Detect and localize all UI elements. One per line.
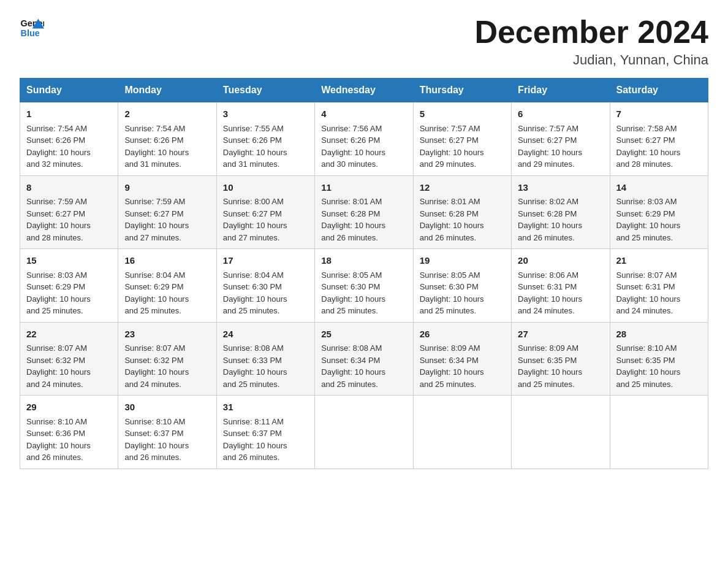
day-info: Sunrise: 7:57 AMSunset: 6:27 PMDaylight:… — [518, 123, 603, 170]
calendar-cell: 31Sunrise: 8:11 AMSunset: 6:37 PMDayligh… — [216, 396, 314, 469]
day-number: 6 — [518, 107, 603, 121]
header-thursday: Thursday — [413, 79, 511, 102]
day-info: Sunrise: 8:05 AMSunset: 6:30 PMDaylight:… — [321, 269, 406, 317]
calendar-cell: 23Sunrise: 8:07 AMSunset: 6:32 PMDayligh… — [118, 322, 216, 396]
calendar-week-row: 8Sunrise: 7:59 AMSunset: 6:27 PMDaylight… — [20, 175, 708, 249]
day-info: Sunrise: 7:59 AMSunset: 6:27 PMDaylight:… — [124, 196, 210, 243]
day-number: 1 — [26, 107, 112, 121]
calendar-cell: 27Sunrise: 8:09 AMSunset: 6:35 PMDayligh… — [512, 322, 610, 396]
calendar-cell: 2Sunrise: 7:54 AMSunset: 6:26 PMDaylight… — [118, 102, 216, 176]
calendar-week-row: 15Sunrise: 8:03 AMSunset: 6:29 PMDayligh… — [20, 249, 708, 323]
calendar-cell: 24Sunrise: 8:08 AMSunset: 6:33 PMDayligh… — [216, 322, 314, 396]
calendar-week-row: 1Sunrise: 7:54 AMSunset: 6:26 PMDaylight… — [20, 102, 708, 176]
day-number: 11 — [321, 181, 406, 195]
day-info: Sunrise: 7:56 AMSunset: 6:26 PMDaylight:… — [321, 123, 406, 170]
calendar-cell: 20Sunrise: 8:06 AMSunset: 6:31 PMDayligh… — [512, 249, 610, 323]
day-info: Sunrise: 8:09 AMSunset: 6:34 PMDaylight:… — [420, 342, 505, 390]
day-number: 24 — [223, 327, 308, 342]
calendar-cell: 8Sunrise: 7:59 AMSunset: 6:27 PMDaylight… — [20, 175, 118, 249]
day-number: 31 — [223, 400, 308, 415]
calendar-cell — [610, 396, 708, 469]
calendar-cell: 21Sunrise: 8:07 AMSunset: 6:31 PMDayligh… — [610, 249, 708, 323]
day-number: 18 — [321, 254, 406, 268]
calendar-table: Sunday Monday Tuesday Wednesday Thursday… — [20, 78, 708, 469]
day-number: 17 — [223, 254, 308, 268]
day-info: Sunrise: 8:00 AMSunset: 6:27 PMDaylight:… — [223, 196, 308, 243]
logo: General Blue — [20, 15, 47, 39]
calendar-cell: 7Sunrise: 7:58 AMSunset: 6:27 PMDaylight… — [610, 102, 708, 176]
svg-text:Blue: Blue — [21, 28, 40, 38]
calendar-cell: 10Sunrise: 8:00 AMSunset: 6:27 PMDayligh… — [216, 175, 314, 249]
day-info: Sunrise: 7:55 AMSunset: 6:26 PMDaylight:… — [223, 123, 308, 170]
header-wednesday: Wednesday — [315, 79, 413, 102]
day-info: Sunrise: 8:07 AMSunset: 6:31 PMDaylight:… — [616, 269, 702, 317]
day-number: 16 — [124, 254, 210, 268]
day-info: Sunrise: 8:08 AMSunset: 6:33 PMDaylight:… — [223, 342, 308, 390]
day-info: Sunrise: 7:54 AMSunset: 6:26 PMDaylight:… — [26, 123, 112, 170]
day-number: 22 — [26, 327, 112, 342]
day-info: Sunrise: 8:04 AMSunset: 6:30 PMDaylight:… — [223, 269, 308, 317]
day-number: 26 — [420, 327, 505, 342]
day-info: Sunrise: 8:06 AMSunset: 6:31 PMDaylight:… — [518, 269, 603, 317]
calendar-cell: 13Sunrise: 8:02 AMSunset: 6:28 PMDayligh… — [512, 175, 610, 249]
calendar-body: 1Sunrise: 7:54 AMSunset: 6:26 PMDaylight… — [20, 102, 708, 469]
day-info: Sunrise: 7:57 AMSunset: 6:27 PMDaylight:… — [420, 123, 505, 170]
day-number: 21 — [616, 254, 702, 268]
day-info: Sunrise: 8:09 AMSunset: 6:35 PMDaylight:… — [518, 342, 603, 390]
day-number: 19 — [420, 254, 505, 268]
day-info: Sunrise: 8:05 AMSunset: 6:30 PMDaylight:… — [420, 269, 505, 317]
day-info: Sunrise: 8:02 AMSunset: 6:28 PMDaylight:… — [518, 196, 603, 243]
calendar-cell — [315, 396, 413, 469]
calendar-cell: 11Sunrise: 8:01 AMSunset: 6:28 PMDayligh… — [315, 175, 413, 249]
calendar-cell: 17Sunrise: 8:04 AMSunset: 6:30 PMDayligh… — [216, 249, 314, 323]
calendar-cell: 16Sunrise: 8:04 AMSunset: 6:29 PMDayligh… — [118, 249, 216, 323]
day-info: Sunrise: 8:11 AMSunset: 6:37 PMDaylight:… — [223, 416, 308, 464]
calendar-cell: 6Sunrise: 7:57 AMSunset: 6:27 PMDaylight… — [512, 102, 610, 176]
day-number: 10 — [223, 181, 308, 195]
calendar-week-row: 29Sunrise: 8:10 AMSunset: 6:36 PMDayligh… — [20, 396, 708, 469]
calendar-cell: 25Sunrise: 8:08 AMSunset: 6:34 PMDayligh… — [315, 322, 413, 396]
calendar-cell: 19Sunrise: 8:05 AMSunset: 6:30 PMDayligh… — [413, 249, 511, 323]
calendar-cell: 28Sunrise: 8:10 AMSunset: 6:35 PMDayligh… — [610, 322, 708, 396]
day-info: Sunrise: 8:04 AMSunset: 6:29 PMDaylight:… — [124, 269, 210, 317]
page-header: General Blue December 2024 Judian, Yunna… — [20, 15, 708, 68]
day-number: 13 — [518, 181, 603, 195]
day-info: Sunrise: 7:58 AMSunset: 6:27 PMDaylight:… — [616, 123, 702, 170]
calendar-cell: 1Sunrise: 7:54 AMSunset: 6:26 PMDaylight… — [20, 102, 118, 176]
day-info: Sunrise: 8:03 AMSunset: 6:29 PMDaylight:… — [26, 269, 112, 317]
calendar-cell: 30Sunrise: 8:10 AMSunset: 6:37 PMDayligh… — [118, 396, 216, 469]
day-number: 20 — [518, 254, 603, 268]
day-info: Sunrise: 8:10 AMSunset: 6:36 PMDaylight:… — [26, 416, 112, 464]
calendar-cell: 18Sunrise: 8:05 AMSunset: 6:30 PMDayligh… — [315, 249, 413, 323]
day-info: Sunrise: 8:01 AMSunset: 6:28 PMDaylight:… — [420, 196, 505, 243]
day-info: Sunrise: 7:59 AMSunset: 6:27 PMDaylight:… — [26, 196, 112, 243]
calendar-cell — [512, 396, 610, 469]
day-info: Sunrise: 8:10 AMSunset: 6:35 PMDaylight:… — [616, 342, 702, 390]
day-number: 15 — [26, 254, 112, 268]
calendar-cell: 22Sunrise: 8:07 AMSunset: 6:32 PMDayligh… — [20, 322, 118, 396]
header-friday: Friday — [512, 79, 610, 102]
day-number: 25 — [321, 327, 406, 342]
day-info: Sunrise: 8:03 AMSunset: 6:29 PMDaylight:… — [616, 196, 702, 243]
calendar-subtitle: Judian, Yunnan, China — [474, 52, 708, 68]
header-sunday: Sunday — [20, 79, 118, 102]
header-saturday: Saturday — [610, 79, 708, 102]
calendar-cell: 14Sunrise: 8:03 AMSunset: 6:29 PMDayligh… — [610, 175, 708, 249]
calendar-cell — [413, 396, 511, 469]
day-info: Sunrise: 8:01 AMSunset: 6:28 PMDaylight:… — [321, 196, 406, 243]
calendar-cell: 3Sunrise: 7:55 AMSunset: 6:26 PMDaylight… — [216, 102, 314, 176]
calendar-cell: 15Sunrise: 8:03 AMSunset: 6:29 PMDayligh… — [20, 249, 118, 323]
calendar-cell: 29Sunrise: 8:10 AMSunset: 6:36 PMDayligh… — [20, 396, 118, 469]
calendar-title: December 2024 — [474, 15, 708, 50]
day-number: 3 — [223, 107, 308, 121]
title-area: December 2024 Judian, Yunnan, China — [474, 15, 708, 68]
calendar-cell: 12Sunrise: 8:01 AMSunset: 6:28 PMDayligh… — [413, 175, 511, 249]
calendar-week-row: 22Sunrise: 8:07 AMSunset: 6:32 PMDayligh… — [20, 322, 708, 396]
day-number: 5 — [420, 107, 505, 121]
day-info: Sunrise: 8:10 AMSunset: 6:37 PMDaylight:… — [124, 416, 210, 464]
day-number: 23 — [124, 327, 210, 342]
calendar-cell: 26Sunrise: 8:09 AMSunset: 6:34 PMDayligh… — [413, 322, 511, 396]
day-number: 8 — [26, 181, 112, 195]
day-number: 29 — [26, 400, 112, 415]
day-number: 30 — [124, 400, 210, 415]
